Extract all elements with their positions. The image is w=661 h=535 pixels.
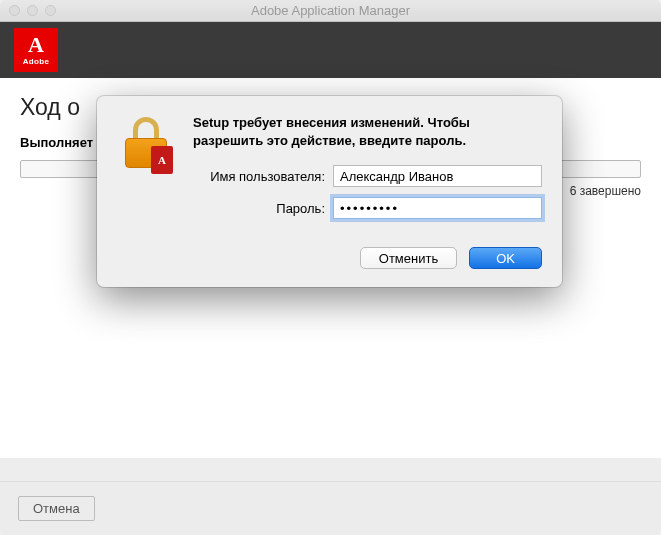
header-bar: A Adobe [0,22,661,78]
cancel-button[interactable]: Отмена [18,496,95,521]
adobe-logo-text: Adobe [23,57,49,66]
username-input[interactable] [333,165,542,187]
dialog-cancel-button[interactable]: Отменить [360,247,457,269]
auth-dialog: A Setup требует внесения изменений. Чтоб… [97,96,562,287]
window-title: Adobe Application Manager [0,3,661,18]
username-label: Имя пользователя: [193,169,333,184]
dialog-message: Setup требует внесения изменений. Чтобы … [193,114,542,149]
titlebar: Adobe Application Manager [0,0,661,22]
adobe-logo-glyph: A [28,35,44,55]
lock-overlay-icon: A [151,146,173,174]
zoom-window-button[interactable] [45,5,56,16]
adobe-logo: A Adobe [14,28,58,72]
app-window: Adobe Application Manager A Adobe Ход о … [0,0,661,535]
minimize-window-button[interactable] [27,5,38,16]
lock-icon: A [117,114,177,174]
password-input[interactable] [333,197,542,219]
dialog-ok-button[interactable]: OK [469,247,542,269]
username-row: Имя пользователя: [193,165,542,187]
traffic-lights [0,5,56,16]
dialog-buttons: Отменить OK [117,247,542,269]
password-row: Пароль: [193,197,542,219]
footer-bar: Отмена [0,481,661,535]
close-window-button[interactable] [9,5,20,16]
password-label: Пароль: [193,201,333,216]
